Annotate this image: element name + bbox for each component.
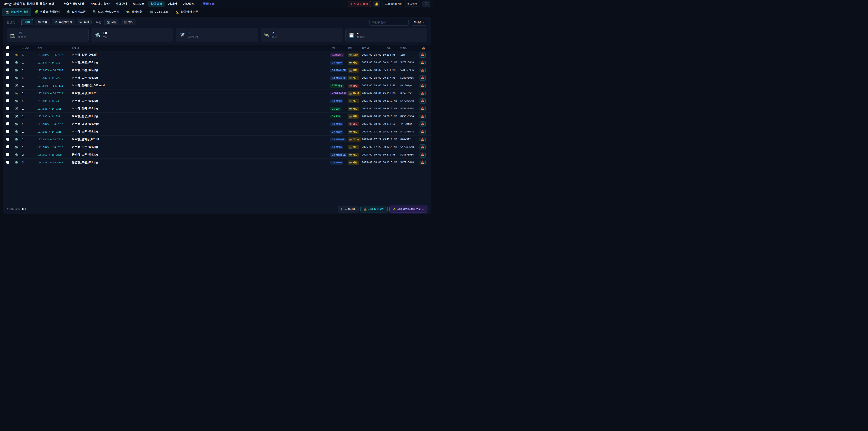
row-checkbox[interactable] [6, 130, 9, 133]
tab[interactable]: 🛸 실시간드론 [63, 8, 89, 16]
stat-label: 드론 [103, 36, 107, 39]
download-button[interactable]: 📥 [420, 83, 426, 88]
table-row[interactable]: 🛰️ 1 127.6845 + 34.7312 여수항_위성_001.tif K… [3, 90, 431, 97]
row-checkbox[interactable] [6, 92, 9, 94]
row-checkbox[interactable] [6, 84, 9, 87]
download-button[interactable]: 📥 [420, 114, 426, 119]
download-button[interactable]: 📥 [420, 68, 426, 73]
logout-button[interactable]: 로그아웃 [405, 1, 420, 7]
device-filter-chip[interactable]: 🛰️ 위성 [76, 19, 92, 25]
row-checkbox[interactable] [6, 76, 9, 79]
magnifier-icon: 🔍 [93, 10, 96, 13]
incident-id: 1 [22, 92, 37, 95]
tab[interactable]: 📷 영상사진관리 [2, 8, 31, 16]
download-button[interactable]: 📥 [420, 98, 426, 104]
file-size: 8.7 MB [386, 76, 400, 79]
row-checkbox[interactable] [6, 115, 9, 118]
tab[interactable]: 🧩 유출유면적분석 [31, 8, 63, 16]
select-all-button[interactable]: ☑ 전체선택 [338, 206, 359, 212]
table-row[interactable]: 🛸 3 126.565 + 35.9838 군산항_드론_001.jpg DJI… [3, 151, 431, 159]
table-row[interactable]: 🛸 1 127.687 + 34.729 여수항_드론_004.jpg DJI … [3, 74, 431, 82]
incident-id: 2 [22, 161, 37, 164]
row-checkbox[interactable] [6, 107, 9, 110]
type-filter-group: 📷 사진 🎬 영상 [104, 19, 136, 25]
tab[interactable]: 📹 CCTV 조회 [146, 8, 172, 16]
nav-item[interactable]: 게시판 [166, 1, 180, 7]
nav-item[interactable]: 유출유 확산예측 [61, 1, 87, 7]
equipment-badge: DJI Mavic 3E [330, 69, 347, 72]
sort-select[interactable]: 최신순 ▾ [411, 19, 427, 26]
download-button[interactable]: 📥 [420, 129, 426, 134]
row-checkbox[interactable] [6, 145, 9, 148]
file-size: 3.8 GB [386, 84, 400, 87]
drone-icon: 🛸 [15, 99, 18, 103]
nav-item[interactable]: 기상정보 [180, 1, 197, 7]
drone-icon: 🛸 [15, 123, 18, 126]
notifications-button[interactable]: 🔔 [373, 1, 380, 7]
table-row[interactable]: 🛸 1 127.6855 + 34.7295 여수항_드론_005.jpg DJ… [3, 66, 431, 74]
nav-item[interactable]: 통합조회 [199, 1, 217, 7]
camera-icon: 📷 [349, 61, 352, 64]
search-input[interactable] [369, 19, 409, 26]
row-checkbox[interactable] [6, 137, 9, 141]
row-checkbox[interactable] [6, 122, 9, 125]
download-button[interactable]: 📥 [420, 137, 426, 142]
type-filter-chip[interactable]: 🎬 영상 [121, 19, 136, 25]
tab[interactable]: 🛰️ 위성요청 [123, 8, 146, 16]
equipment-badge: DJI M300 [330, 123, 343, 126]
table-row[interactable]: 🛸 2 128.4331 + 34.8342 통영항_드론_001.jpg DJ… [3, 159, 431, 166]
table-row[interactable]: 🛸 1 127.6845 + 34.7312 여수항_열화상_001.tif D… [3, 135, 431, 143]
download-button[interactable]: 📥 [420, 75, 426, 81]
table-row[interactable]: ✈️ 1 127.685 + 34.731 여수항_항공_001.jpg CN-… [3, 113, 431, 120]
download-button[interactable]: 📥 [420, 145, 426, 150]
video-camera-icon: 📹 [149, 10, 153, 13]
row-checkbox[interactable] [6, 161, 9, 164]
type-badge: 📷 사진 [348, 76, 359, 80]
download-button[interactable]: 📥 [420, 60, 426, 65]
download-button[interactable]: 📥 [420, 152, 426, 157]
file-size: 28.5 MB [386, 115, 400, 118]
table-row[interactable]: 🛰️ 1 127.6845 + 34.7312 여수항_SAR_001.tif … [3, 51, 431, 59]
download-button[interactable]: 📥 [420, 106, 426, 112]
table-row[interactable]: 🛸 1 127.6845 + 34.7312 여수항_드론_001.jpg DJ… [3, 143, 431, 151]
type-filter-chip[interactable]: 📷 사진 [104, 19, 119, 25]
menu-button[interactable]: ☰ [422, 1, 430, 7]
equipment-badge: DJI M300 [330, 161, 343, 164]
device-filter-chip[interactable]: ✈️ 유인항공기 [52, 19, 74, 25]
table-row[interactable]: 🛸 1 127.684 + 34.732 여수항_드론_006.jpg DJI … [3, 59, 431, 66]
row-checkbox[interactable] [6, 53, 9, 56]
incident-id: 1 [22, 146, 37, 149]
to-spill-area-analysis-button[interactable]: 🧩 유출유면적분석으로 → [390, 206, 427, 212]
nav-item[interactable]: 보고자료 [130, 1, 147, 7]
row-checkbox[interactable] [6, 99, 9, 102]
row-checkbox[interactable] [6, 68, 9, 71]
row-checkbox[interactable] [6, 61, 9, 64]
download-selected-button[interactable]: 📥 선택 다운로드 [360, 206, 388, 212]
status-dot-icon [350, 3, 352, 5]
tab[interactable]: 📐 항공탐색 이론 [172, 8, 202, 16]
nav-item[interactable]: 긴급구난 [113, 1, 129, 7]
device-filter-chip[interactable]: 🛸 드론 [35, 19, 50, 25]
location-coordinates: 127.6845 + 34.7312 [37, 54, 71, 56]
stat-label: 위성 [272, 36, 277, 39]
resolution: 5472×3648 [400, 130, 419, 133]
table-row[interactable]: ✈️ 1 127.6845 + 34.7312 여수항_항공영상_001.mp4… [3, 82, 431, 90]
device-filter-chip[interactable]: 전체 [21, 19, 33, 25]
select-all-checkbox[interactable] [6, 46, 9, 49]
download-button[interactable]: 📥 [420, 121, 426, 127]
table-row[interactable]: 🛸 1 127.686 + 34.73 여수항_드론_003.jpg DJI M… [3, 97, 431, 105]
table-row[interactable]: 🛸 1 127.685 + 34.7315 여수항_드론_002.jpg DJI… [3, 128, 431, 135]
download-button[interactable]: 📥 [420, 52, 426, 58]
download-button[interactable]: 📥 [420, 160, 426, 165]
nav-item[interactable]: HNS·대기확산 [88, 1, 112, 7]
download-icon: 📥 [421, 84, 424, 87]
incident-status-badge: 사고 진행중 [348, 1, 371, 7]
row-checkbox[interactable] [6, 153, 9, 156]
tab[interactable]: 🔍 오염/선박3D분석 [89, 8, 123, 16]
plane-icon: ✈️ [55, 21, 58, 24]
nav-item[interactable]: 항공탐색 [148, 1, 165, 7]
table-row[interactable]: 🛸 1 127.6845 + 34.7312 여수항_영상_001.mp4 DJ… [3, 120, 431, 128]
table-row[interactable]: ✈️ 1 127.686 + 34.7305 여수항_항공_002.jpg CN… [3, 105, 431, 113]
download-button[interactable]: 📥 [420, 91, 426, 96]
capture-datetime: 2025-02-18 00:30 [362, 115, 386, 118]
